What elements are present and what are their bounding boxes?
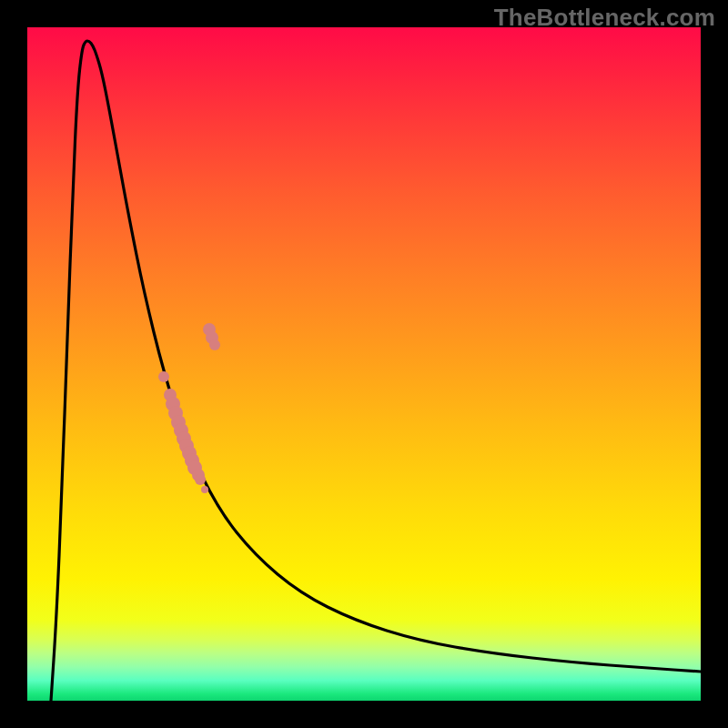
curve-markers-group (158, 323, 220, 493)
chart-frame: TheBottleneck.com (0, 0, 728, 728)
curve-marker (201, 486, 208, 493)
chart-overlay-svg (27, 27, 701, 701)
plot-area (27, 27, 701, 701)
curve-marker (209, 339, 220, 350)
curve-marker (158, 371, 169, 382)
bottleneck-curve (51, 41, 701, 701)
watermark-text: TheBottleneck.com (494, 4, 715, 32)
curve-marker (195, 474, 206, 485)
